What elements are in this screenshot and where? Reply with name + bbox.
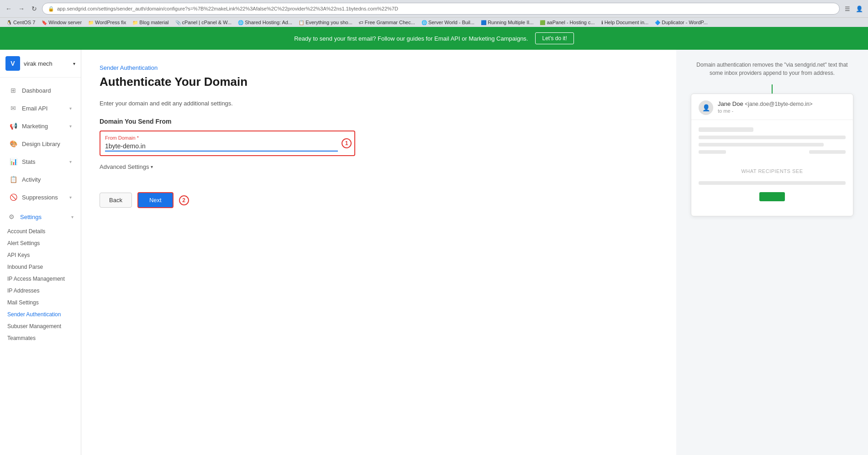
email-api-chevron-icon: ▾ [69,106,72,111]
sidebar-item-email-api[interactable]: ✉ Email API ▾ [2,99,79,117]
bookmark-windowserver[interactable]: 🔖 Window server [39,19,84,26]
windowserver-icon: 🔖 [42,20,47,25]
sender-name-text: Jane Doe [718,100,743,107]
email-preview-card: 👤 Jane Doe <jane.doe@1byte-demo.in> to m… [691,94,853,216]
user-avatar: V [5,56,20,71]
breadcrumb[interactable]: Sender Authentication [100,64,658,71]
address-bar[interactable]: 🔒 app.sendgrid.com/settings/sender_auth/… [42,3,840,15]
email-api-label: Email API [22,105,47,112]
submenu-alert-settings[interactable]: Alert Settings [0,237,81,249]
profile-button[interactable]: 👤 [854,4,864,14]
submenu-subuser-management[interactable]: Subuser Management [0,320,81,332]
notification-text: Ready to send your first email? Follow o… [294,35,528,42]
next-button[interactable]: Next [137,192,174,208]
sidebar-user[interactable]: V virak mech ▾ [0,50,81,78]
domain-input[interactable] [105,141,338,152]
bookmark-serverworld[interactable]: 🌐 Server World - Buil... [419,19,477,26]
grammar-icon: 🏷 [359,20,363,25]
cpanel-icon: 📎 [175,20,181,25]
marketing-chevron-icon: ▾ [69,124,72,129]
extensions-button[interactable]: ☰ [842,4,852,14]
bookmark-grammar-label: Free Grammar Chec... [365,20,415,25]
bookmark-duplicator[interactable]: 🔷 Duplicator - WordP... [652,19,710,26]
forward-nav-button[interactable]: → [16,4,26,14]
stats-chevron-icon: ▾ [69,159,72,164]
suppressions-chevron-icon: ▾ [69,195,72,200]
form-section-title: Domain You Send From [100,118,658,125]
action-badge-2: 2 [179,195,189,205]
lets-do-button[interactable]: Let's do it! [535,32,573,44]
bookmark-help[interactable]: ℹ Help Document in... [599,19,652,26]
notification-banner: Ready to send your first email? Follow o… [0,27,868,50]
submenu-inbound-parse[interactable]: Inbound Parse [0,261,81,273]
sidebar-item-dashboard[interactable]: ⊞ Dashboard [2,82,79,99]
form-actions: Back Next 2 [100,192,658,208]
bookmark-blog[interactable]: 📁 Blog material [130,19,171,26]
submenu-ip-access[interactable]: IP Access Management [0,273,81,285]
aapanel-icon: 🟩 [540,20,545,25]
sidebar-item-stats[interactable]: 📊 Stats ▾ [2,153,79,170]
skeleton-group-1 [699,150,846,157]
bookmark-shared[interactable]: 🌐 Shared Hosting: Ad... [235,19,295,26]
back-nav-button[interactable]: ← [4,4,14,14]
back-button[interactable]: Back [100,193,132,208]
sidebar-item-activity[interactable]: 📋 Activity [2,171,79,188]
submenu-api-keys[interactable]: API Keys [0,249,81,261]
form-section: Domain You Send From From Domain * 1 Adv… [100,118,658,170]
sidebar-item-design-library[interactable]: 🎨 Design Library [2,135,79,152]
skeleton-left-1 [699,150,726,154]
submenu-ip-addresses[interactable]: IP Addresses [0,285,81,297]
sidebar: V virak mech ▾ ⊞ Dashboard ✉ Email API ▾… [0,50,81,455]
connector-line [772,84,773,94]
app-container: V virak mech ▾ ⊞ Dashboard ✉ Email API ▾… [0,50,868,455]
sidebar-item-marketing[interactable]: 📢 Marketing ▾ [2,117,79,135]
settings-section: ⚙ Settings ▾ Account Details Alert Setti… [0,206,81,350]
settings-chevron-icon: ▾ [71,214,74,220]
sender-email-text: <jane.doe@1byte-demo.in> [745,101,812,107]
dashboard-label: Dashboard [22,87,51,94]
main-content: Sender Authentication Authenticate Your … [81,50,676,455]
bookmark-grammar[interactable]: 🏷 Free Grammar Chec... [356,19,418,26]
bookmark-running[interactable]: 🟦 Running Multiple II... [478,19,536,26]
bookmarks-bar: 🐧 CentOS 7 🔖 Window server 📁 WordPress f… [0,17,868,27]
user-name-label: virak mech [24,60,69,67]
submenu-sender-authentication[interactable]: Sender Authentication [0,309,81,320]
domain-input-container: From Domain * [100,131,355,156]
submenu-account-details[interactable]: Account Details [0,225,81,237]
bookmark-aapanel[interactable]: 🟩 aaPanel - Hosting c... [537,19,597,26]
email-cta-button[interactable] [759,192,785,201]
submenu-teammates[interactable]: Teammates [0,332,81,344]
page-title: Authenticate Your Domain [100,75,658,89]
email-preview-body: WHAT RECIPIENTS SEE [691,120,853,216]
input-badge-1: 1 [342,138,352,148]
bookmark-everything[interactable]: 📋 Everything you sho... [296,19,355,26]
shared-icon: 🌐 [238,20,243,25]
bookmark-cpanel[interactable]: 📎 cPanel | cPanel & W... [173,19,235,26]
skeleton-line-1 [699,127,753,132]
refresh-nav-button[interactable]: ↻ [29,4,39,14]
bookmark-centos[interactable]: 🐧 CentOS 7 [4,19,38,26]
bookmark-duplicator-label: Duplicator - WordP... [662,20,707,25]
running-icon: 🟦 [481,20,486,25]
page-description: Enter your domain and edit any additiona… [100,100,658,107]
what-recipients-see-label: WHAT RECIPIENTS SEE [699,161,846,181]
advanced-settings-link[interactable]: Advanced Settings ▾ [100,163,658,170]
bookmark-blog-label: Blog material [139,20,168,25]
user-chevron-icon: ▾ [73,61,75,66]
submenu-mail-settings[interactable]: Mail Settings [0,297,81,309]
email-api-icon: ✉ [9,104,17,112]
sender-info: Jane Doe <jane.doe@1byte-demo.in> to me … [718,100,813,114]
skeleton-right-1 [809,150,846,154]
bookmark-windowserver-label: Window server [48,20,82,25]
bookmark-wordpress[interactable]: 📁 WordPress fix [85,19,129,26]
skeleton-line-3 [699,143,824,146]
marketing-label: Marketing [22,123,48,130]
advanced-settings-chevron-icon: ▾ [151,164,153,169]
lock-icon: 🔒 [48,6,54,12]
right-panel-description: Domain authentication removes the "via s… [691,61,853,77]
bookmark-shared-label: Shared Hosting: Ad... [245,20,292,25]
duplicator-icon: 🔷 [655,20,660,25]
sidebar-item-suppressions[interactable]: 🚫 Suppressions ▾ [2,188,79,206]
sidebar-item-settings[interactable]: ⚙ Settings ▾ [0,208,81,225]
sender-name: Jane Doe <jane.doe@1byte-demo.in> [718,100,813,107]
